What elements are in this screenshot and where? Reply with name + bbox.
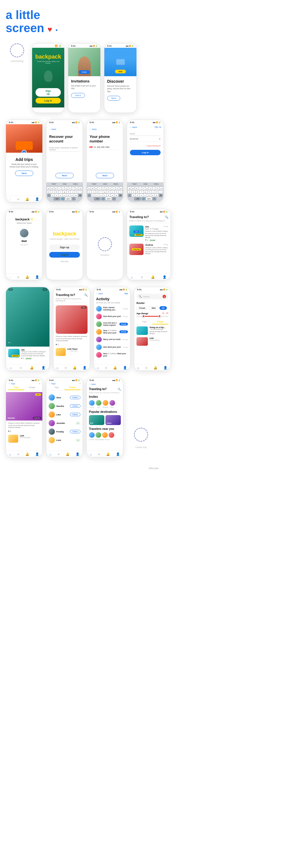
next-button[interactable]: Next <box>107 96 120 101</box>
tab-people-jennifer[interactable]: People <box>24 385 40 390</box>
signup-link[interactable]: Sign up <box>154 126 161 128</box>
back-arrow[interactable]: ← back <box>89 383 96 385</box>
gotit-button[interactable]: Got it <box>71 93 85 98</box>
back-arrow[interactable]: ← back <box>96 292 103 294</box>
home-icon[interactable]: ⌂ <box>57 366 59 370</box>
signup-button[interactable]: Sign up <box>49 245 80 250</box>
like-btn[interactable]: ♥ <box>21 358 22 360</box>
next-button[interactable]: Next <box>55 173 74 178</box>
forward-arrow[interactable]: → <box>42 288 47 291</box>
join-btn-jennifer[interactable]: Join <box>81 307 86 309</box>
search-icon[interactable]: 🔍 <box>84 293 88 297</box>
user-icon[interactable]: 👤 <box>41 366 45 370</box>
filter-male[interactable]: Male <box>149 306 158 310</box>
filter-dot[interactable]: ● <box>162 295 166 298</box>
back-arrow[interactable]: ← back <box>49 128 56 130</box>
user-icon[interactable]: 👤 <box>162 275 166 279</box>
city-search-input[interactable]: Enter a name of a city you're traveling … <box>129 220 168 223</box>
bell-icon[interactable]: 🔔 <box>113 366 117 370</box>
bell-icon[interactable]: 🔔 <box>30 366 34 370</box>
home-icon[interactable]: ⌂ <box>131 276 133 279</box>
forgot-password-link[interactable]: Forgot Password? <box>147 145 161 147</box>
back-arrow[interactable]: ← back <box>129 126 137 128</box>
map-icon[interactable]: ◈ <box>105 366 107 370</box>
tab-people-tab[interactable]: People <box>64 385 81 390</box>
next-button[interactable]: Next <box>15 170 34 176</box>
keyboard[interactable]: "Hello" Hello Hellos qwertyuiop asdfghjk… <box>46 182 83 202</box>
share-btn[interactable]: ⟨ <box>23 358 24 360</box>
next-button[interactable]: Next <box>96 173 114 178</box>
tab-trips[interactable]: Trips <box>136 319 152 324</box>
user-icon[interactable]: 👤 <box>35 452 39 456</box>
bell-icon[interactable]: 🔔 <box>106 452 110 456</box>
bell-icon[interactable]: 🔔 <box>25 275 29 279</box>
map-icon[interactable]: ◈ <box>64 366 67 370</box>
you-link[interactable]: You <box>124 292 128 294</box>
search-icon[interactable]: 🔍 <box>139 295 142 298</box>
back-arrow[interactable]: ← Trips <box>8 383 15 385</box>
tab-trips-jennifer[interactable]: Trips <box>8 385 24 390</box>
home-icon[interactable]: ⌂ <box>9 197 11 201</box>
dest-jaipur[interactable]: Jaipur <box>105 415 121 425</box>
age-slider[interactable] <box>136 316 168 317</box>
user-icon[interactable]: 👤 <box>35 197 39 201</box>
join-button[interactable]: Join <box>115 70 126 73</box>
back-arrow[interactable]: ← Trips <box>49 383 55 385</box>
back-arrow[interactable]: ← <box>8 288 13 291</box>
map-icon[interactable]: ◈ <box>98 452 100 456</box>
home-icon[interactable]: ⌂ <box>90 453 92 456</box>
filter-female[interactable]: Female <box>136 306 148 310</box>
bell-icon[interactable]: 🔔 <box>25 452 29 456</box>
home-icon[interactable]: ⌂ <box>50 453 52 456</box>
settings-icon[interactable]: ⚙ <box>79 383 81 385</box>
invite-button[interactable]: Invite <box>79 70 90 74</box>
accept-button-sara2[interactable]: Accept <box>119 330 128 333</box>
share-btn[interactable]: ⟨ <box>10 430 11 432</box>
home-icon[interactable]: ⌂ <box>9 276 11 279</box>
user-icon[interactable]: 👤 <box>163 366 167 370</box>
login-button[interactable]: Log in <box>49 252 80 257</box>
map-icon[interactable]: ◈ <box>17 275 19 279</box>
share-icon[interactable]: ⟨ <box>147 239 148 241</box>
city-input[interactable]: Enter a name of a city you're traveling … <box>56 298 88 303</box>
slider-handle-right[interactable] <box>158 315 161 317</box>
follow-freddy-btn[interactable]: Follow <box>70 430 81 433</box>
recover-input[interactable]: Enter email, username or phone number <box>49 146 80 152</box>
bell-icon[interactable]: 🔔 <box>154 366 157 370</box>
signup-button[interactable]: Sign up <box>35 88 61 97</box>
home-icon[interactable]: ⌂ <box>137 366 139 370</box>
user-icon[interactable]: 👤 <box>75 452 80 456</box>
like-btn[interactable]: ♥ <box>8 430 9 432</box>
bell-icon[interactable]: 🔔 <box>66 452 70 456</box>
share-btn[interactable]: ⟨ <box>58 343 59 346</box>
map-icon[interactable]: ◈ <box>17 452 19 456</box>
bell-icon[interactable]: 🔔 <box>25 197 29 201</box>
follow-sandra-btn[interactable]: Follow <box>70 404 81 408</box>
settings-icon[interactable]: ⚙ <box>39 383 40 385</box>
filter-all[interactable]: All <box>159 306 167 310</box>
bell-icon[interactable]: 🔔 <box>73 366 77 370</box>
like-icon[interactable]: ♥ <box>145 239 146 241</box>
tab-trips-people[interactable]: Trips <box>49 385 64 390</box>
not-you-link[interactable]: Not you? <box>20 244 28 246</box>
password-field[interactable]: •••••• <box>130 137 139 141</box>
keyboard[interactable]: "Hello" Hello Hellos qwertyuiop asdfghjk… <box>87 182 123 202</box>
join-btn-trip[interactable]: Join <box>133 230 139 233</box>
login-button[interactable]: Log in <box>130 150 161 155</box>
map-icon[interactable]: ◈ <box>145 366 148 370</box>
eye-icon[interactable]: 👁 <box>159 138 161 140</box>
user-icon[interactable]: 👤 <box>83 366 87 370</box>
home-icon[interactable]: ⌂ <box>9 453 11 456</box>
map-icon[interactable]: ◈ <box>141 275 143 279</box>
accept-button-lisa[interactable]: Accept <box>119 323 128 326</box>
follow-like-btn[interactable]: Follow <box>70 413 81 416</box>
phone-number-input[interactable]: (62) 456-7080 <box>97 146 110 148</box>
user-icon[interactable]: 👤 <box>123 366 127 370</box>
join-btn-jennifer2[interactable]: Join <box>35 394 41 396</box>
home-icon[interactable]: ⌂ <box>97 366 99 370</box>
user-icon[interactable]: 👤 <box>116 452 120 456</box>
bell-icon[interactable]: 🔔 <box>151 275 155 279</box>
like-icon-large[interactable]: ♥ <box>8 342 9 344</box>
dest-bali[interactable]: Bali <box>89 415 104 425</box>
home-icon[interactable]: ⌂ <box>10 366 12 370</box>
